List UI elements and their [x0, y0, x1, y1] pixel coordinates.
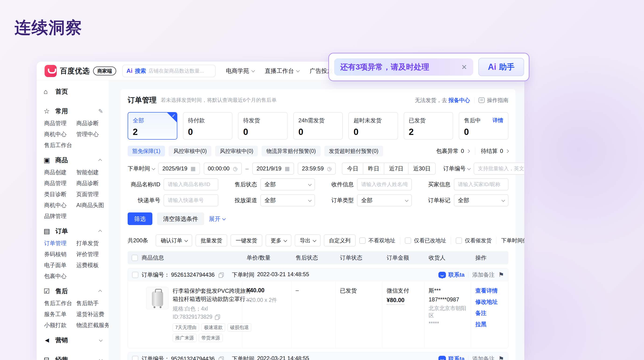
filter-chip[interactable]: 风控审核中(0)	[169, 146, 212, 156]
sidebar-item[interactable]: 小额打款	[44, 321, 76, 329]
view-toggle[interactable]: 仅看已改地址	[400, 237, 446, 244]
filter-chip[interactable]: 物流异常赔付预警(0)	[262, 146, 320, 156]
order-checkbox[interactable]	[132, 272, 138, 278]
sidebar-item[interactable]: 售后工作台	[44, 299, 76, 307]
order-no-label[interactable]: 订单编号	[443, 165, 470, 172]
status-tab[interactable]: 24h需发货 0	[293, 112, 343, 140]
filter-field-select[interactable]: 全部	[454, 194, 509, 206]
status-tab[interactable]: 待付款 0	[183, 112, 233, 140]
copy-icon[interactable]	[218, 272, 224, 278]
filter-chip[interactable]: 风控审核中(0)	[215, 146, 258, 156]
status-tab[interactable]: 全部 2 ✓	[128, 112, 177, 140]
close-icon[interactable]: ✕	[461, 63, 467, 71]
sidebar-item[interactable]: 包裹中心	[44, 272, 76, 280]
sidebar-item[interactable]: 售后助手	[76, 299, 109, 307]
sidebar-section-header[interactable]: 首页 ✎	[44, 87, 103, 96]
view-toggle[interactable]: 仅看催发货	[451, 237, 492, 244]
sidebar-item[interactable]: 商品诊断	[76, 180, 104, 187]
filter-field-input[interactable]	[454, 178, 509, 190]
quick-range-button[interactable]: 今日	[342, 163, 363, 175]
top-nav-item[interactable]: 电商学苑	[226, 67, 254, 75]
status-tab[interactable]: 售后中 详情 0	[459, 112, 508, 140]
sidebar-item[interactable]: 服务工单	[44, 310, 76, 318]
sidebar-item[interactable]: 退货补运费	[76, 310, 109, 318]
filter-field-input[interactable]	[357, 178, 412, 190]
sidebar-item[interactable]: 评价管理	[76, 250, 103, 258]
filter-field-input[interactable]	[164, 194, 218, 206]
filter-button[interactable]: 筛选	[128, 212, 152, 225]
sidebar-item[interactable]: AI商品头图	[76, 201, 104, 209]
sidebar-item[interactable]: 类目诊断	[44, 190, 76, 198]
operation-guide-link[interactable]: 操作指南	[478, 97, 508, 104]
sidebar-item[interactable]: 券码核销	[44, 250, 76, 258]
status-tab[interactable]: 待发货 0	[238, 112, 288, 140]
filter-chip[interactable]: 豁免保障(1)	[128, 146, 165, 156]
top-nav-item[interactable]: 直播工作台	[265, 67, 299, 75]
sidebar-section-header[interactable]: 营销 ✎	[44, 336, 103, 344]
expand-link[interactable]: 展开	[209, 215, 225, 223]
sidebar-section-header[interactable]: 常用 ✎	[44, 107, 103, 115]
sidebar-item[interactable]: 管理中心	[76, 131, 103, 138]
select-all-checkbox[interactable]	[132, 255, 138, 261]
product-title[interactable]: 行李箱保护套批发PVC跨境旅行箱拉杆箱透明运动款防尘罩行李箱套 30...	[173, 287, 253, 303]
quick-range-button[interactable]: 近7日	[384, 163, 408, 175]
view-toggle[interactable]: 不看双地址	[359, 237, 395, 244]
sidebar-item[interactable]: 打单发货	[76, 239, 103, 247]
quick-range-button[interactable]: 昨日	[363, 163, 384, 175]
sidebar-item[interactable]: 商品创建	[44, 169, 76, 176]
filter-field-input[interactable]	[164, 178, 218, 190]
row-action-link[interactable]: 查看详情	[475, 287, 504, 294]
flag-icon[interactable]: ⚑	[498, 271, 504, 278]
global-search[interactable]: Ai 搜索	[122, 65, 216, 77]
clear-filters-button[interactable]: 清空筛选条件	[157, 212, 204, 225]
checkbox[interactable]	[456, 237, 462, 244]
list-action-button[interactable]: 批量发货	[196, 234, 227, 246]
row-action-link[interactable]: 拉黑	[475, 320, 504, 328]
sidebar-item[interactable]: 订单管理	[44, 239, 76, 247]
sort-order-select[interactable]: 下单时间倒序	[496, 237, 524, 244]
add-note-link[interactable]: 添加备注	[472, 271, 495, 278]
status-tab[interactable]: 超时未发货 0	[348, 112, 398, 140]
sidebar-section-header[interactable]: 经营 ✎	[44, 355, 103, 360]
status-tab[interactable]: 已发货 2	[404, 112, 453, 140]
end-time-picker[interactable]: 23:59:59 ◷	[298, 163, 336, 175]
sidebar-item[interactable]: 商品管理	[44, 120, 76, 127]
sidebar-section-header[interactable]: 售后 ✎	[44, 287, 103, 295]
assistant-message-pill[interactable]: 还有3项异常，请及时处理 ✕	[334, 58, 473, 76]
row-action-link[interactable]: 修改地址	[475, 298, 504, 306]
sidebar-item[interactable]: 物流拦截服务	[76, 321, 109, 329]
list-action-button[interactable]: 更多	[266, 234, 292, 246]
filter-chip[interactable]: 发货超时赔付预警(0)	[324, 146, 383, 156]
add-note-link[interactable]: 添加备注	[472, 355, 495, 360]
quick-range-button[interactable]: 近30日	[408, 163, 436, 175]
sidebar-item[interactable]: 商品管理	[44, 180, 76, 187]
start-date-picker[interactable]: 2025/9/19 ▦	[158, 163, 200, 175]
order-time-label[interactable]: 下单时间	[128, 165, 154, 172]
filter-field-select[interactable]: 全部	[260, 178, 315, 190]
edit-icon[interactable]: ✎	[98, 108, 103, 115]
checkbox[interactable]	[405, 237, 411, 244]
report-center-link[interactable]: 报备中心	[448, 97, 470, 104]
order-amount[interactable]: ¥80.00	[387, 297, 404, 305]
detail-link[interactable]: 详情	[492, 117, 503, 124]
copy-icon[interactable]	[214, 314, 220, 320]
copy-icon[interactable]	[218, 356, 224, 360]
contact-buyer-link[interactable]: 联系ta	[438, 355, 464, 360]
sidebar-section-header[interactable]: 商品 ✎	[44, 156, 103, 164]
end-date-picker[interactable]: 2021/9/19 ▦	[252, 163, 294, 175]
list-action-button[interactable]: 自定义列	[324, 234, 356, 246]
checkbox[interactable]	[359, 237, 366, 244]
row-action-link[interactable]: 备注	[475, 309, 504, 317]
sidebar-item[interactable]: 运费模板	[76, 261, 103, 269]
flag-icon[interactable]: ⚑	[498, 355, 504, 360]
filter-field-select[interactable]: 全部	[357, 194, 412, 206]
ai-assistant-button[interactable]: Ai 助手	[478, 58, 524, 76]
product-image[interactable]	[146, 287, 168, 309]
sidebar-item[interactable]: 商机中心	[44, 201, 76, 209]
sidebar-item[interactable]: 页面管理	[76, 190, 104, 198]
list-action-button[interactable]: 一键发货	[230, 234, 262, 246]
sidebar-section-header[interactable]: 订单 ✎	[44, 227, 103, 235]
start-time-picker[interactable]: 00:00:00 ◷	[204, 163, 242, 175]
order-no-input[interactable]	[474, 163, 524, 175]
sidebar-item[interactable]: 电子面单	[44, 261, 76, 269]
